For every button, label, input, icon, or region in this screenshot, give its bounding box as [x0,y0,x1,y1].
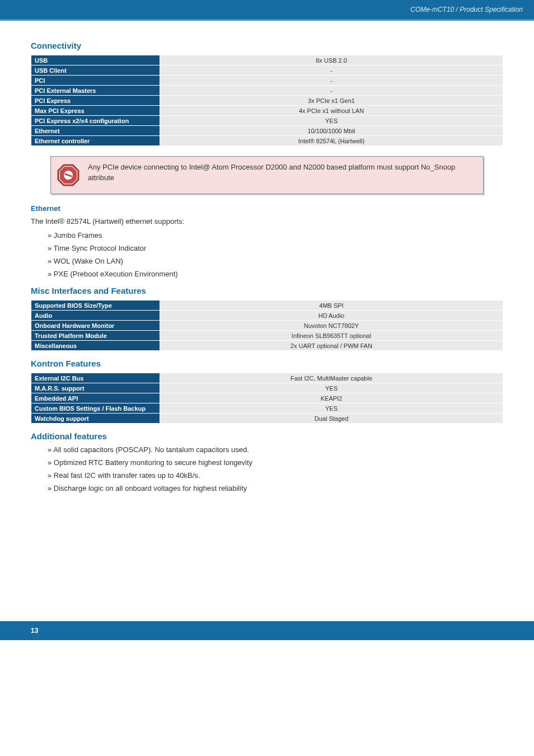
list-item: Time Sync Protocol Indicator [48,244,503,252]
row-value: 4x PCIe x1 without LAN [160,106,503,116]
row-label: USB Client [31,65,160,76]
row-value: 3x PCIe x1 Gen1 [160,96,503,106]
row-value: Fast I2C, MultiMaster capable [160,373,503,383]
row-label: Audio [31,311,160,321]
row-label: Ethernet controller [31,136,160,146]
table-row: Custom BIOS Settings / Flash BackupYES [31,403,503,414]
row-value: HD Audio [160,311,503,321]
table-row: AudioHD Audio [31,311,503,321]
row-label: PCI Express x2/x4 configuration [31,116,160,126]
table-row: Watchdog supportDual Staged [31,414,503,424]
table-row: Supported BIOS Size/Type4MB SPI [31,300,503,311]
kontron-heading: Kontron Features [31,359,503,368]
misc-heading: Misc Interfaces and Features [31,286,503,295]
table-row: PCI Express3x PCIe x1 Gen1 [31,96,503,106]
additional-heading: Additional features [31,431,503,441]
connectivity-table: USB8x USB 2.0USB Client-PCI-PCI External… [31,55,503,146]
row-value: YES [160,403,503,414]
page-number: 13 [31,627,38,635]
table-row: USB Client- [31,65,503,76]
header-accent [0,19,534,21]
table-row: M.A.R.S. supportYES [31,383,503,393]
footer-bar: 13 [0,621,534,640]
table-row: Ethernet controllerIntel® 82574L (Hartwe… [31,136,503,146]
row-label: Max PCI Express [31,106,160,116]
table-row: Onboard Hardware MonitorNuvoton NCT7802Y [31,321,503,331]
list-item: Real fast I2C with transfer rates up to … [48,471,503,480]
list-item: WOL (Wake On LAN) [48,257,503,265]
row-label: Supported BIOS Size/Type [31,300,160,311]
row-label: USB [31,55,160,65]
row-value: KEAPI2 [160,393,503,403]
row-value: Dual Staged [160,414,503,424]
table-row: Max PCI Express4x PCIe x1 without LAN [31,106,503,116]
ethernet-intro: The Intel® 82574L (Hartwell) ethernet su… [31,217,503,226]
row-value: - [160,86,503,96]
row-label: External I2C Bus [31,373,160,383]
row-value: YES [160,383,503,393]
table-row: Trusted Platform ModuleInfineon SLB9635T… [31,331,503,341]
row-value: - [160,76,503,86]
warning-callout: Any PCIe device connecting to Intel@ Ato… [50,156,484,194]
kontron-table: External I2C BusFast I2C, MultiMaster ca… [31,373,503,424]
breadcrumb: COMe-mCT10 / Product Specification [410,6,523,13]
row-value: 10/100/1000 Mbit [160,126,503,136]
row-label: M.A.R.S. support [31,383,160,393]
header-bar: COMe-mCT10 / Product Specification [0,0,534,19]
list-item: Discharge logic on all onboard voltages … [48,484,503,492]
row-label: Custom BIOS Settings / Flash Backup [31,403,160,414]
ethernet-list: Jumbo FramesTime Sync Protocol Indicator… [31,231,503,278]
table-row: Miscellaneous2x UART optional / PWM FAN [31,341,503,351]
additional-list: All solid capacitors (POSCAP). No tantal… [31,445,503,492]
connectivity-heading: Connectivity [31,41,503,50]
table-row: External I2C BusFast I2C, MultiMaster ca… [31,373,503,383]
row-label: Watchdog support [31,414,160,424]
row-label: PCI Express [31,96,160,106]
callout-text: Any PCIe device connecting to Intel@ Ato… [88,162,474,184]
row-value: Intel® 82574L (Hartwell) [160,136,503,146]
row-label: Onboard Hardware Monitor [31,321,160,331]
list-item: All solid capacitors (POSCAP). No tantal… [48,445,503,454]
table-row: PCI Express x2/x4 configurationYES [31,116,503,126]
table-row: Ethernet10/100/1000 Mbit [31,126,503,136]
row-value: 8x USB 2.0 [160,55,503,65]
list-item: PXE (Preboot eXecution Environment) [48,270,503,278]
row-label: Embedded API [31,393,160,403]
row-value: 2x UART optional / PWM FAN [160,341,503,351]
table-row: Embedded APIKEAPI2 [31,393,503,403]
table-row: PCI- [31,76,503,86]
row-label: Trusted Platform Module [31,331,160,341]
list-item: Optimized RTC Battery monitoring to secu… [48,458,503,467]
table-row: USB8x USB 2.0 [31,55,503,65]
table-row: PCI External Masters- [31,86,503,96]
ethernet-heading: Ethernet [31,204,503,213]
row-value: YES [160,116,503,126]
misc-table: Supported BIOS Size/Type4MB SPIAudioHD A… [31,300,503,351]
page-content: Connectivity USB8x USB 2.0USB Client-PCI… [0,22,534,520]
row-label: PCI [31,76,160,86]
row-label: PCI External Masters [31,86,160,96]
row-value: Infineon SLB9635TT optional [160,331,503,341]
row-value: Nuvoton NCT7802Y [160,321,503,331]
list-item: Jumbo Frames [48,231,503,240]
row-label: Miscellaneous [31,341,160,351]
row-label: Ethernet [31,126,160,136]
row-value: - [160,65,503,76]
stop-icon [57,163,80,187]
row-value: 4MB SPI [160,300,503,311]
